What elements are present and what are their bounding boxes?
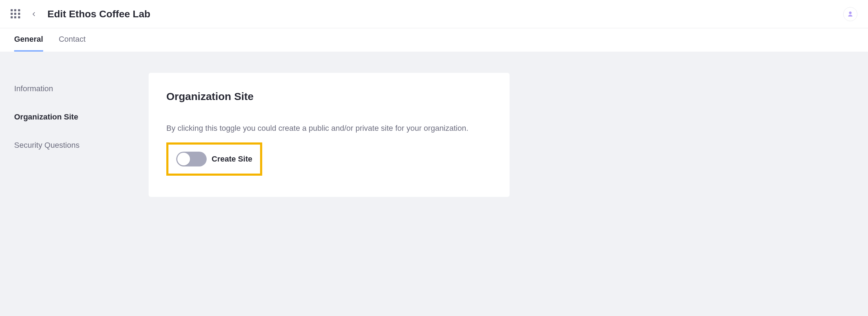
create-site-toggle-highlight: Create Site <box>166 142 262 176</box>
sidenav-item-information[interactable]: Information <box>14 80 134 98</box>
user-avatar[interactable] <box>843 7 857 21</box>
tab-contact[interactable]: Contact <box>59 28 86 52</box>
page-title: Edit Ethos Coffee Lab <box>47 8 150 20</box>
header-bar: Edit Ethos Coffee Lab <box>0 0 868 28</box>
body-area: Information Organization Site Security Q… <box>0 52 868 316</box>
create-site-toggle[interactable] <box>176 152 207 166</box>
panel-title: Organization Site <box>166 90 492 103</box>
sidenav-item-organization-site[interactable]: Organization Site <box>14 108 134 126</box>
organization-site-panel: Organization Site By clicking this toggl… <box>149 73 510 197</box>
side-nav: Information Organization Site Security Q… <box>14 73 134 165</box>
user-icon <box>847 11 854 18</box>
back-button[interactable] <box>28 8 40 20</box>
tabs-bar: General Contact <box>0 28 868 52</box>
tab-general[interactable]: General <box>14 28 43 52</box>
app-launcher-icon[interactable] <box>11 9 21 19</box>
panel-description: By clicking this toggle you could create… <box>166 123 492 134</box>
header-left-group: Edit Ethos Coffee Lab <box>11 8 150 20</box>
create-site-toggle-label: Create Site <box>212 154 252 164</box>
toggle-knob <box>177 153 190 165</box>
sidenav-item-security-questions[interactable]: Security Questions <box>14 136 134 154</box>
chevron-left-icon <box>31 10 36 18</box>
